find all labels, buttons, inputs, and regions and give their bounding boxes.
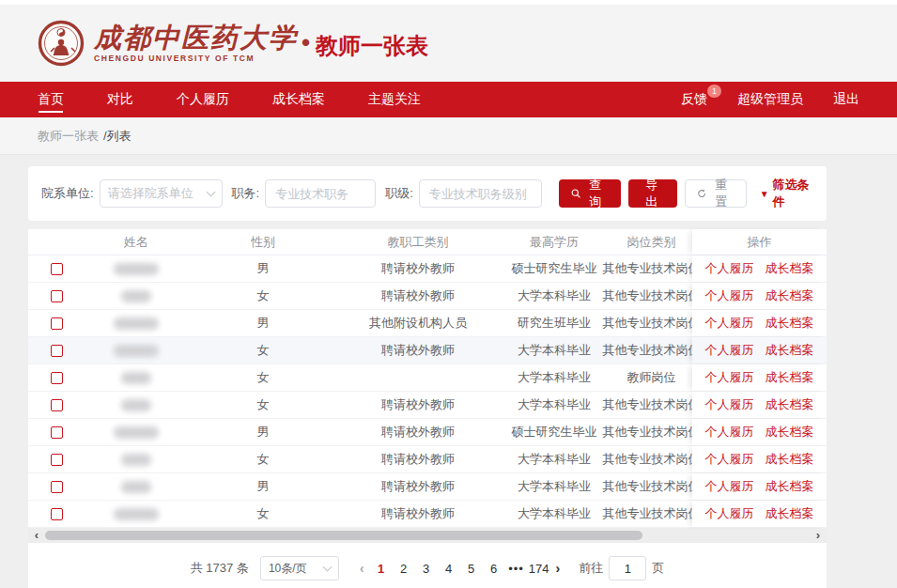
page-number-4[interactable]: 4	[438, 562, 460, 576]
category-cell: 聘请校外教师	[338, 392, 498, 418]
gender-cell: 女	[188, 337, 338, 364]
growth-archive-link[interactable]: 成长档案	[766, 287, 814, 304]
growth-archive-link[interactable]: 成长档案	[766, 369, 814, 386]
post-cell: 教师岗位	[611, 364, 692, 391]
row-checkbox[interactable]	[51, 426, 63, 439]
education-cell: 大学本科毕业	[498, 392, 611, 418]
site-header: 成都中医药大学 CHENGDU UNIVERSITY OF TCM • 教师一张…	[0, 5, 897, 82]
scrollbar-track[interactable]	[45, 528, 810, 543]
nav-item-logout[interactable]: 退出	[833, 91, 859, 108]
name-cell	[85, 364, 188, 391]
search-button[interactable]: 查询	[559, 179, 621, 208]
filter-bar: 院系单位: 请选择院系单位 职务: 职级: 查询 导出 重置 ▼ 筛选条件	[28, 166, 827, 221]
growth-archive-link[interactable]: 成长档案	[766, 505, 814, 522]
table-row: 男其他附设机构人员研究生班毕业其他专业技术岗位个人履历成长档案	[28, 310, 827, 337]
breadcrumb-root[interactable]: 教师一张表	[38, 128, 99, 145]
resume-link[interactable]: 个人履历	[705, 342, 754, 359]
category-cell: 聘请校外教师	[338, 446, 498, 472]
feedback-label: 反馈	[681, 91, 707, 106]
post-cell: 其他专业技术岗位	[611, 392, 692, 418]
growth-archive-link[interactable]: 成长档案	[766, 478, 814, 495]
row-checkbox[interactable]	[51, 345, 63, 357]
duty-input[interactable]	[273, 186, 367, 202]
filter-conditions-link[interactable]: ▼ 筛选条件	[760, 177, 813, 210]
page-number-2[interactable]: 2	[393, 562, 415, 576]
row-checkbox[interactable]	[51, 372, 63, 384]
row-checkbox[interactable]	[51, 481, 63, 493]
education-cell: 大学本科毕业	[498, 283, 611, 309]
page-number-5[interactable]: 5	[460, 562, 483, 576]
checkbox-cell	[28, 446, 85, 472]
scroll-left-icon[interactable]: ‹	[28, 528, 45, 543]
row-checkbox[interactable]	[51, 317, 63, 330]
page-number-174[interactable]: 174	[528, 562, 550, 576]
table-row: 女聘请校外教师大学本科毕业其他专业技术岗位个人履历成长档案	[28, 501, 827, 528]
gender-cell: 女	[188, 392, 338, 418]
resume-link[interactable]: 个人履历	[705, 451, 754, 468]
header-category: 教职工类别	[338, 229, 498, 255]
growth-archive-link[interactable]: 成长档案	[766, 396, 814, 413]
dept-label: 院系单位:	[41, 185, 94, 202]
checkbox-cell	[28, 473, 85, 500]
gender-cell: 女	[188, 446, 338, 472]
row-checkbox[interactable]	[51, 263, 63, 275]
table-row: 女聘请校外教师大学本科毕业其他专业技术岗位个人履历成长档案	[28, 283, 827, 310]
nav-item-role[interactable]: 超级管理员	[737, 91, 803, 108]
category-cell: 聘请校外教师	[338, 473, 498, 500]
growth-archive-link[interactable]: 成长档案	[766, 424, 814, 441]
resume-link[interactable]: 个人履历	[705, 396, 754, 413]
growth-archive-link[interactable]: 成长档案	[766, 315, 814, 332]
page-ellipsis: •••	[505, 562, 528, 576]
scroll-right-icon[interactable]: ›	[810, 528, 827, 543]
nav-item-1[interactable]: 对比	[107, 82, 133, 117]
resume-link[interactable]: 个人履历	[705, 260, 754, 277]
nav-item-feedback[interactable]: 反馈 1	[681, 91, 707, 108]
table-row: 女聘请校外教师大学本科毕业其他专业技术岗位个人履历成长档案	[28, 392, 827, 419]
row-checkbox[interactable]	[51, 399, 63, 411]
masked-name	[114, 345, 159, 357]
nav-item-2[interactable]: 个人履历	[177, 82, 229, 117]
export-button[interactable]: 导出	[628, 179, 677, 208]
row-checkbox[interactable]	[51, 508, 63, 520]
university-name-en: CHENGDU UNIVERSITY OF TCM	[94, 54, 298, 63]
row-checkbox[interactable]	[51, 454, 63, 466]
page-number-3[interactable]: 3	[415, 562, 438, 576]
growth-archive-link[interactable]: 成长档案	[766, 260, 814, 277]
dept-select[interactable]: 请选择院系单位	[100, 179, 223, 208]
main-content: 院系单位: 请选择院系单位 职务: 职级: 查询 导出 重置 ▼ 筛选条件	[0, 155, 897, 588]
gender-cell: 男	[188, 255, 338, 282]
resume-link[interactable]: 个人履历	[705, 505, 754, 522]
nav-item-4[interactable]: 主题关注	[368, 82, 421, 117]
resume-link[interactable]: 个人履历	[705, 424, 754, 441]
page-number-6[interactable]: 6	[483, 562, 505, 576]
page-number-1[interactable]: 1	[370, 562, 393, 576]
resume-link[interactable]: 个人履历	[705, 478, 754, 495]
resume-link[interactable]: 个人履历	[705, 369, 754, 386]
category-cell	[338, 364, 498, 391]
growth-archive-link[interactable]: 成长档案	[766, 342, 814, 359]
reset-button[interactable]: 重置	[685, 179, 747, 208]
growth-archive-link[interactable]: 成长档案	[766, 451, 814, 468]
row-checkbox[interactable]	[51, 290, 63, 302]
next-page-icon[interactable]: ›	[556, 561, 561, 576]
resume-link[interactable]: 个人履历	[705, 287, 754, 304]
resume-link[interactable]: 个人履历	[705, 315, 754, 332]
scrollbar-thumb[interactable]	[45, 531, 642, 540]
app-title-wrap: • 教师一张表	[302, 28, 428, 65]
nav-item-0[interactable]: 首页	[38, 82, 64, 117]
category-cell: 聘请校外教师	[338, 501, 498, 527]
page-size-select[interactable]: 10条/页	[260, 556, 339, 580]
name-cell	[85, 501, 188, 527]
prev-page-icon[interactable]: ‹	[360, 561, 364, 576]
nav-items: 首页对比个人履历成长档案主题关注	[38, 82, 464, 117]
table-row: 女大学本科毕业教师岗位个人履历成长档案	[28, 364, 827, 392]
page-numbers: 123456•••174	[370, 562, 550, 576]
refresh-icon	[697, 188, 706, 199]
chevron-down-icon	[206, 188, 215, 197]
checkbox-cell	[28, 310, 85, 336]
goto-page-input[interactable]	[609, 556, 646, 580]
breadcrumb: 教师一张表 /列表	[0, 117, 897, 155]
nav-item-3[interactable]: 成长档案	[272, 82, 325, 117]
actions-cell: 个人履历成长档案	[692, 255, 827, 282]
rank-input[interactable]	[427, 186, 534, 202]
